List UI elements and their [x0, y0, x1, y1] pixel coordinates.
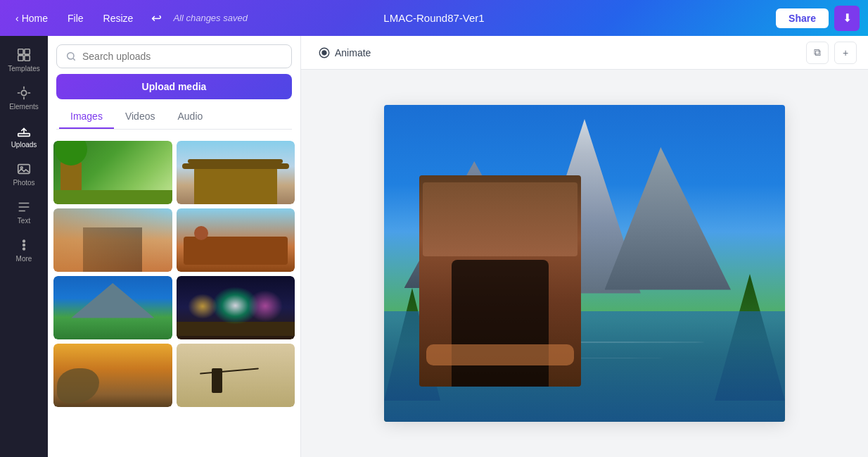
- uploads-panel: Upload media Images Videos Audio: [48, 36, 301, 457]
- tab-videos[interactable]: Videos: [114, 105, 167, 129]
- animate-label: Animate: [335, 47, 371, 58]
- more-label: More: [16, 255, 32, 263]
- svg-point-7: [20, 167, 23, 169]
- list-item[interactable]: [177, 208, 295, 272]
- list-item[interactable]: [53, 276, 172, 339]
- panel-top: Upload media Images Videos Audio: [48, 36, 300, 135]
- uploads-icon: [16, 123, 32, 139]
- list-item[interactable]: [177, 141, 295, 204]
- svg-rect-2: [18, 56, 23, 61]
- animate-button[interactable]: Animate: [312, 44, 376, 62]
- svg-rect-0: [18, 49, 23, 54]
- svg-point-11: [68, 53, 74, 59]
- text-label: Text: [18, 217, 30, 225]
- upload-media-label: Upload media: [142, 81, 207, 92]
- photos-icon: [16, 161, 32, 177]
- sidebar-item-photos[interactable]: Photos: [1, 156, 46, 192]
- sidebar: Templates Elements Uploads Photos: [0, 36, 48, 457]
- list-item[interactable]: [177, 276, 295, 339]
- svg-point-8: [23, 240, 25, 242]
- svg-rect-3: [25, 56, 30, 61]
- undo-button[interactable]: ↩: [146, 8, 167, 29]
- svg-point-9: [23, 244, 25, 246]
- canvas-toolbar: Animate ⧉ +: [301, 36, 868, 70]
- sidebar-item-more[interactable]: More: [1, 232, 46, 268]
- sidebar-item-elements[interactable]: Elements: [1, 80, 46, 116]
- home-button[interactable]: ‹ Home: [8, 10, 55, 27]
- resize-label: Resize: [103, 13, 134, 24]
- tab-images-label: Images: [70, 111, 103, 122]
- image-grid: [48, 135, 300, 457]
- elements-icon: [16, 85, 32, 101]
- search-icon: [65, 51, 77, 62]
- search-box[interactable]: [56, 44, 292, 68]
- more-icon: [16, 237, 32, 253]
- add-page-button[interactable]: +: [834, 42, 857, 64]
- sidebar-item-templates[interactable]: Templates: [1, 42, 46, 78]
- list-item[interactable]: [53, 208, 172, 272]
- duplicate-icon: ⧉: [814, 46, 821, 58]
- elements-label: Elements: [9, 103, 39, 111]
- file-label: File: [68, 13, 84, 24]
- canvas-toolbar-right: ⧉ +: [806, 42, 857, 64]
- project-title: LMAC-Round87-Ver1: [383, 12, 484, 24]
- search-input[interactable]: [82, 51, 283, 62]
- canvas-viewport: [301, 70, 868, 457]
- saved-status: All changes saved: [173, 13, 248, 23]
- tab-images[interactable]: Images: [59, 105, 114, 129]
- resize-button[interactable]: Resize: [96, 10, 141, 27]
- list-item[interactable]: [53, 344, 172, 407]
- uploads-label: Uploads: [11, 141, 37, 149]
- templates-label: Templates: [8, 65, 40, 73]
- list-item[interactable]: [53, 141, 172, 204]
- photos-label: Photos: [13, 179, 34, 187]
- animate-icon: [318, 46, 331, 59]
- list-item[interactable]: [177, 344, 295, 407]
- templates-icon: [16, 47, 32, 63]
- sidebar-item-text[interactable]: Text: [1, 194, 46, 230]
- text-icon: [16, 199, 32, 215]
- home-chevron-icon: ‹: [15, 13, 19, 24]
- file-button[interactable]: File: [60, 10, 91, 27]
- share-button[interactable]: Share: [776, 8, 829, 28]
- canvas-frame[interactable]: [384, 105, 785, 422]
- svg-rect-1: [25, 49, 30, 54]
- home-label: Home: [22, 13, 48, 24]
- tab-audio[interactable]: Audio: [166, 105, 214, 129]
- svg-point-10: [23, 248, 25, 250]
- svg-point-13: [322, 51, 326, 55]
- tab-audio-label: Audio: [177, 111, 203, 122]
- share-label: Share: [789, 13, 816, 24]
- sidebar-item-uploads[interactable]: Uploads: [1, 118, 46, 154]
- header: ‹ Home File Resize ↩ All changes saved L…: [0, 0, 868, 36]
- upload-media-button[interactable]: Upload media: [56, 74, 292, 99]
- add-icon: +: [843, 47, 848, 58]
- main-area: Templates Elements Uploads Photos: [0, 36, 868, 457]
- download-icon: ⬇: [843, 11, 852, 25]
- duplicate-canvas-button[interactable]: ⧉: [806, 42, 829, 64]
- tab-videos-label: Videos: [125, 111, 155, 122]
- svg-rect-5: [18, 134, 30, 137]
- canvas-area: Animate ⧉ +: [301, 36, 868, 457]
- download-button[interactable]: ⬇: [834, 6, 860, 31]
- svg-point-4: [21, 90, 26, 95]
- media-tabs: Images Videos Audio: [56, 105, 292, 130]
